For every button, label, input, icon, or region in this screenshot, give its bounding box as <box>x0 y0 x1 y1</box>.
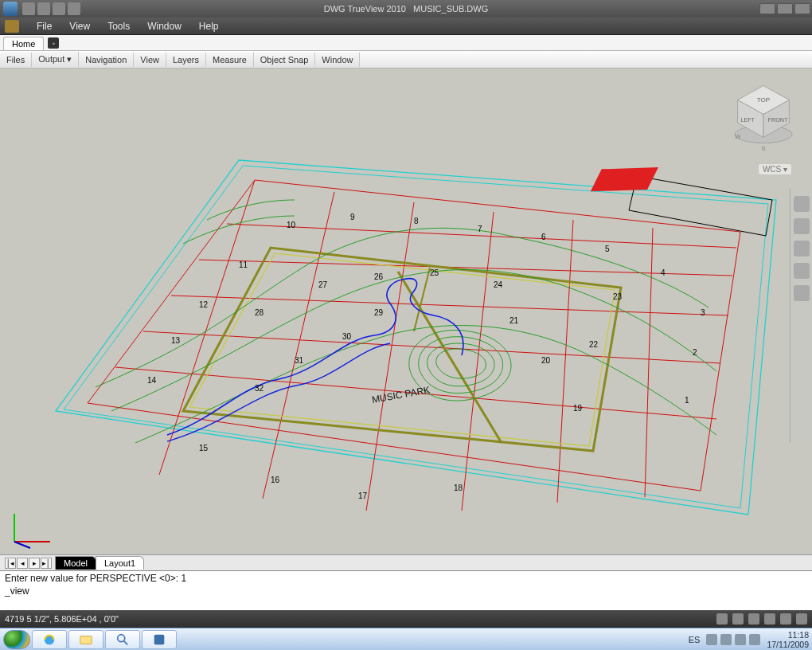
menu-help[interactable]: Help <box>199 21 219 32</box>
tab-scroll-next-icon[interactable]: ▸ <box>29 558 40 569</box>
tab-model[interactable]: Model <box>55 556 96 570</box>
panel-output[interactable]: Output ▾ <box>32 52 79 67</box>
svg-text:21: 21 <box>509 316 519 325</box>
svg-text:32: 32 <box>255 384 264 393</box>
svg-text:16: 16 <box>271 476 280 484</box>
svg-text:10: 10 <box>287 221 296 229</box>
menu-tools[interactable]: Tools <box>107 21 130 32</box>
tab-scroll-prev-icon[interactable]: ◂ <box>17 558 28 569</box>
panel-measure[interactable]: Measure <box>206 53 254 67</box>
svg-text:3: 3 <box>701 308 705 317</box>
svg-line-15 <box>557 220 573 503</box>
quick-access-toolbar <box>22 2 80 15</box>
menu-window[interactable]: Window <box>147 21 182 32</box>
svg-line-68 <box>124 640 128 644</box>
menu-file[interactable]: File <box>37 21 52 32</box>
panel-files[interactable]: Files <box>0 53 32 67</box>
drawing-canvas[interactable]: MUSIC PARK 123 456 789 101112 131415 161… <box>0 69 812 554</box>
drawing-label-park: MUSIC PARK <box>371 384 431 405</box>
svg-text:5: 5 <box>605 245 610 253</box>
status-cleanscreen-icon[interactable] <box>796 613 807 625</box>
nav-pan-icon[interactable] <box>794 196 810 212</box>
qat-undo-icon[interactable] <box>53 2 65 15</box>
qat-redo-icon[interactable] <box>68 2 80 15</box>
svg-line-9 <box>199 260 732 276</box>
svg-text:4: 4 <box>661 268 666 277</box>
tray-volume-icon[interactable] <box>749 634 760 645</box>
coordinate-readout: 4719 5 1/2", 5.806E+04 , 0'0" <box>5 614 119 624</box>
svg-rect-66 <box>80 636 92 644</box>
status-quickprops-icon[interactable] <box>732 613 744 625</box>
tab-scroll-last-icon[interactable]: ▸│ <box>41 558 52 569</box>
panel-view[interactable]: View <box>134 53 166 67</box>
tab-close-icon[interactable]: ◦ <box>48 37 59 49</box>
nav-showmotion-icon[interactable] <box>794 285 810 301</box>
svg-line-14 <box>462 212 494 511</box>
nav-zoom-icon[interactable] <box>794 218 810 234</box>
svg-line-7 <box>143 331 720 363</box>
svg-line-12 <box>263 192 334 499</box>
layout-tabs: │◂ ◂ ▸ ▸│ Model Layout1 <box>0 554 812 570</box>
qat-plot-icon[interactable] <box>37 2 50 15</box>
svg-text:S: S <box>761 145 766 152</box>
app-menu-icon[interactable] <box>5 20 19 33</box>
nav-steering-wheel-icon[interactable] <box>794 263 810 279</box>
close-button[interactable] <box>794 3 810 14</box>
app-logo-icon[interactable] <box>3 2 18 16</box>
svg-text:2: 2 <box>693 348 697 357</box>
status-annotation-icon[interactable] <box>764 613 775 625</box>
svg-text:29: 29 <box>374 308 384 317</box>
panel-window[interactable]: Window <box>315 53 360 67</box>
status-bar: 4719 5 1/2", 5.806E+04 , 0'0" <box>0 610 812 628</box>
taskbar-ie-icon[interactable] <box>32 630 67 649</box>
panel-navigation[interactable]: Navigation <box>79 53 134 67</box>
svg-line-16 <box>645 228 653 497</box>
svg-text:17: 17 <box>358 491 368 500</box>
panel-osnap[interactable]: Object Snap <box>254 53 316 67</box>
taskbar-explorer-icon[interactable] <box>68 630 103 649</box>
taskbar-trueview-icon[interactable] <box>142 630 177 649</box>
svg-text:20: 20 <box>541 356 551 365</box>
tab-home[interactable]: Home <box>3 37 44 50</box>
start-button[interactable] <box>3 630 30 649</box>
tab-scroll-first-icon[interactable]: │◂ <box>5 558 16 569</box>
minimize-button[interactable] <box>759 3 775 14</box>
title-bar: DWG TrueView 2010 MUSIC_SUB.DWG <box>0 0 812 18</box>
svg-text:24: 24 <box>494 280 503 289</box>
menu-view[interactable]: View <box>69 21 90 32</box>
svg-line-19 <box>398 272 502 443</box>
wcs-dropdown[interactable]: WCS ▾ <box>759 164 791 174</box>
status-model-icon[interactable] <box>716 613 728 625</box>
system-tray <box>706 634 760 645</box>
svg-text:30: 30 <box>342 332 352 341</box>
taskbar-clock[interactable]: 11:18 17/11/2009 <box>767 630 809 649</box>
svg-text:15: 15 <box>199 444 209 452</box>
nav-orbit-icon[interactable] <box>794 241 810 256</box>
svg-text:9: 9 <box>350 213 355 221</box>
status-workspace-icon[interactable] <box>780 613 791 625</box>
view-cube[interactable]: TOP LEFT FRONT W S <box>728 78 799 158</box>
navigation-bar <box>790 188 812 443</box>
svg-rect-4 <box>591 167 658 191</box>
svg-text:FRONT: FRONT <box>768 116 788 123</box>
svg-text:14: 14 <box>147 376 157 385</box>
tab-layout1[interactable]: Layout1 <box>96 556 144 570</box>
svg-text:22: 22 <box>589 340 599 349</box>
svg-text:23: 23 <box>613 292 623 301</box>
svg-text:25: 25 <box>430 268 439 277</box>
taskbar-magnifier-icon[interactable] <box>105 630 140 649</box>
panel-layers[interactable]: Layers <box>166 53 206 67</box>
command-history-line: _view <box>5 585 29 597</box>
command-history-line: Enter new value for PERSPECTIVE <0>: 1 <box>5 573 186 584</box>
language-indicator[interactable]: ES <box>689 635 701 644</box>
command-line[interactable]: Enter new value for PERSPECTIVE <0>: 1 _… <box>0 570 812 610</box>
status-lock-icon[interactable] <box>748 613 759 625</box>
maximize-button[interactable] <box>777 3 793 14</box>
tray-network-icon[interactable] <box>735 634 746 645</box>
tray-flag-icon[interactable] <box>720 634 732 645</box>
qat-open-icon[interactable] <box>22 2 35 15</box>
drawing-viewport[interactable]: MUSIC PARK 123 456 789 101112 131415 161… <box>0 69 812 554</box>
svg-text:7: 7 <box>478 225 482 233</box>
tray-chevron-icon[interactable] <box>706 634 717 645</box>
svg-text:8: 8 <box>414 217 419 225</box>
